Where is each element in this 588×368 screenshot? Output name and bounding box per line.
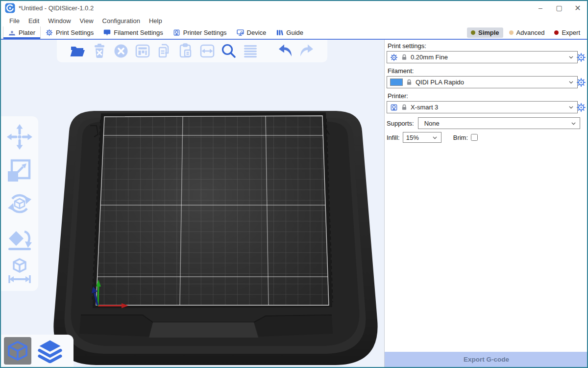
3d-viewport[interactable] [1,40,384,367]
paste-clipboard-icon [177,43,194,59]
print-settings-combo[interactable]: 0.20mm Fine [387,51,578,63]
menu-configuration[interactable]: Configuration [98,16,145,26]
app-logo [5,3,15,13]
supports-value: None [421,120,567,127]
monitor-icon [237,29,244,36]
print-bed [49,109,382,367]
top-toolbar [57,40,327,62]
app-window: *Untitled - QIDISlicer-1.0.2 – ▢ ✕ File … [0,0,588,368]
tab-guide[interactable]: Guide [271,26,308,39]
measure-icon [6,257,33,284]
layers-stack-icon [38,339,62,363]
trash-icon [91,43,108,59]
edit-filament-button[interactable] [576,78,586,87]
mode-expert[interactable]: Expert [550,27,584,38]
minimize-button[interactable]: – [531,1,550,15]
infill-combo[interactable]: 15% [403,132,441,143]
paste-button[interactable] [177,43,194,60]
filament-value: QIDI PLA Rapido [416,79,565,86]
menu-file[interactable]: File [5,16,24,26]
chevron-down-icon [568,104,574,110]
edit-printer-button[interactable] [576,103,586,112]
titlebar: *Untitled - QIDISlicer-1.0.2 – ▢ ✕ [1,1,587,15]
circle-x-icon [113,43,129,59]
tabbar: Plater Print Settings Filament Settings … [1,26,587,40]
view-3d-button[interactable] [4,337,31,365]
filament-icon [103,29,111,36]
view-layers-button[interactable] [36,337,64,365]
undo-arrow-icon [277,43,294,59]
printer-icon [390,104,398,111]
supports-label: Supports: [387,120,414,127]
mode-simple[interactable]: Simple [467,27,503,38]
menu-view[interactable]: View [75,16,98,26]
lock-icon [401,104,408,111]
expert-dot-icon [554,30,559,35]
filament-combo[interactable]: QIDI PLA Rapido [387,76,578,88]
search-icon [220,43,237,59]
menu-window[interactable]: Window [44,16,75,26]
undo-button[interactable] [276,43,294,60]
delete-all-button[interactable] [112,43,129,60]
copy-button[interactable] [155,43,172,60]
measure-tool-button[interactable] [5,256,34,285]
supports-combo[interactable]: None [418,117,580,129]
open-folder-icon [70,43,86,59]
printer-label: Printer: [388,92,585,100]
place-on-face-tool-button[interactable] [5,223,34,251]
tab-plater[interactable]: Plater [3,26,41,39]
edit-print-settings-button[interactable] [576,53,586,62]
place-on-face-icon [6,223,33,251]
menu-edit[interactable]: Edit [24,16,44,26]
settings-sidebar: Print settings: 0.20mm Fine Filament: QI… [385,40,588,367]
scale-tool-button[interactable] [5,156,34,184]
tab-device[interactable]: Device [232,26,271,39]
delete-button[interactable] [91,43,108,60]
brim-checkbox[interactable] [471,134,478,141]
mode-advanced[interactable]: Advanced [505,27,549,38]
close-button[interactable]: ✕ [568,1,587,15]
cube-3d-icon [6,340,29,362]
plater-icon [8,29,16,36]
mode-group: Simple Advanced Expert [467,26,587,39]
export-gcode-button[interactable]: Export G-code [385,352,588,367]
infill-label: Infill: [387,134,400,141]
simple-dot-icon [471,30,475,35]
gear-icon [390,53,398,61]
menubar: File Edit Window View Configuration Help [1,15,587,26]
gear-icon [46,29,53,36]
printer-combo[interactable]: X-smart 3 [387,101,578,113]
redo-button[interactable] [298,43,315,60]
tab-filament-settings[interactable]: Filament Settings [98,26,168,39]
arrange-button[interactable] [134,43,151,60]
maximize-button[interactable]: ▢ [550,1,568,15]
menu-help[interactable]: Help [145,16,167,26]
variable-layer-height-button[interactable] [242,43,259,60]
print-settings-label: Print settings: [388,42,585,50]
printer-icon [173,29,180,36]
chevron-down-icon [568,79,574,85]
lock-icon [401,53,408,61]
filament-label: Filament: [388,67,585,75]
chevron-down-icon [432,134,438,141]
split-arrows-icon [199,43,216,59]
search-button[interactable] [220,43,237,60]
gear-icon [576,53,586,62]
open-button[interactable] [69,43,86,60]
printer-value: X-smart 3 [411,104,565,111]
advanced-dot-icon [509,30,514,35]
split-button[interactable] [198,43,216,60]
rotate-tool-button[interactable] [5,189,34,218]
move-tool-button[interactable] [5,123,34,151]
tab-printer-settings[interactable]: Printer Settings [168,26,232,39]
window-title: *Untitled - QIDISlicer-1.0.2 [19,4,94,12]
infill-value: 15% [406,134,429,141]
copy-icon [156,43,172,59]
redo-arrow-icon [298,43,315,59]
move-icon [6,123,33,151]
rotate-icon [6,190,33,217]
filament-color-swatch [390,79,403,86]
left-toolbar [1,116,38,291]
arrange-grid-icon [134,43,151,59]
tab-print-settings[interactable]: Print Settings [41,26,98,39]
